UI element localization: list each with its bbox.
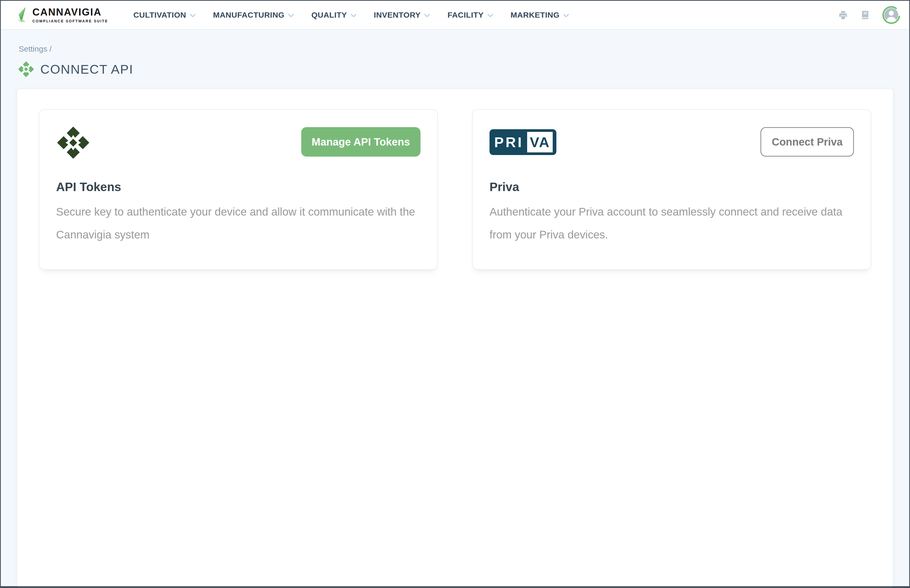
priva-logo-text-right: VA bbox=[527, 132, 553, 152]
app-window: CANNAVIGIA COMPLIANCE SOFTWARE SUITE CUL… bbox=[0, 0, 910, 588]
cannavigia-leaf-icon bbox=[16, 6, 27, 24]
nav-item-facility[interactable]: FACILITY bbox=[448, 11, 493, 19]
nav-item-manufacturing[interactable]: MANUFACTURING bbox=[213, 11, 294, 19]
nav-item-quality[interactable]: QUALITY bbox=[311, 11, 356, 19]
brand-logo[interactable]: CANNAVIGIA COMPLIANCE SOFTWARE SUITE bbox=[16, 6, 108, 24]
chevron-down-icon bbox=[487, 14, 493, 17]
user-avatar-icon[interactable] bbox=[883, 6, 900, 24]
book-icon[interactable] bbox=[860, 10, 870, 20]
nav-item-inventory[interactable]: INVENTORY bbox=[374, 11, 430, 19]
card-title: Priva bbox=[490, 180, 854, 194]
chevron-down-icon bbox=[288, 14, 294, 17]
cards-row: Manage API Tokens API Tokens Secure key … bbox=[39, 109, 871, 270]
priva-logo: PRI VA bbox=[490, 129, 556, 155]
header-actions bbox=[838, 6, 900, 24]
connect-api-logo bbox=[56, 126, 91, 160]
printer-icon[interactable] bbox=[838, 10, 848, 20]
page-body: Settings / CONNECT API Manage API Tokens… bbox=[1, 30, 909, 586]
top-navigation-bar: CANNAVIGIA COMPLIANCE SOFTWARE SUITE CUL… bbox=[1, 1, 909, 30]
brand-name: CANNAVIGIA bbox=[32, 7, 108, 17]
card-description: Authenticate your Priva account to seaml… bbox=[490, 200, 854, 246]
nav-item-cultivation[interactable]: CULTIVATION bbox=[133, 11, 196, 19]
page-title-row: CONNECT API bbox=[18, 61, 893, 78]
card-description: Secure key to authenticate your device a… bbox=[56, 200, 420, 246]
manage-api-tokens-button[interactable]: Manage API Tokens bbox=[301, 127, 420, 157]
card-api-tokens: Manage API Tokens API Tokens Secure key … bbox=[39, 109, 438, 270]
brand-tagline: COMPLIANCE SOFTWARE SUITE bbox=[32, 19, 108, 23]
chevron-down-icon bbox=[563, 14, 569, 17]
chevron-down-icon bbox=[190, 14, 196, 17]
card-title: API Tokens bbox=[56, 180, 420, 194]
chevron-down-icon bbox=[351, 14, 357, 17]
content-panel: Manage API Tokens API Tokens Secure key … bbox=[17, 89, 893, 586]
nav-item-marketing[interactable]: MARKETING bbox=[511, 11, 569, 19]
main-nav: CULTIVATION MANUFACTURING QUALITY INVENT… bbox=[133, 11, 569, 19]
connect-api-icon bbox=[18, 61, 34, 78]
priva-logo-text-left: PRI bbox=[494, 135, 524, 149]
page-title: CONNECT API bbox=[40, 62, 133, 77]
card-priva: PRI VA Connect Priva Priva Authenticate … bbox=[472, 109, 871, 270]
connect-priva-button[interactable]: Connect Priva bbox=[760, 127, 854, 157]
breadcrumb[interactable]: Settings / bbox=[19, 44, 893, 53]
chevron-down-icon bbox=[424, 14, 430, 17]
